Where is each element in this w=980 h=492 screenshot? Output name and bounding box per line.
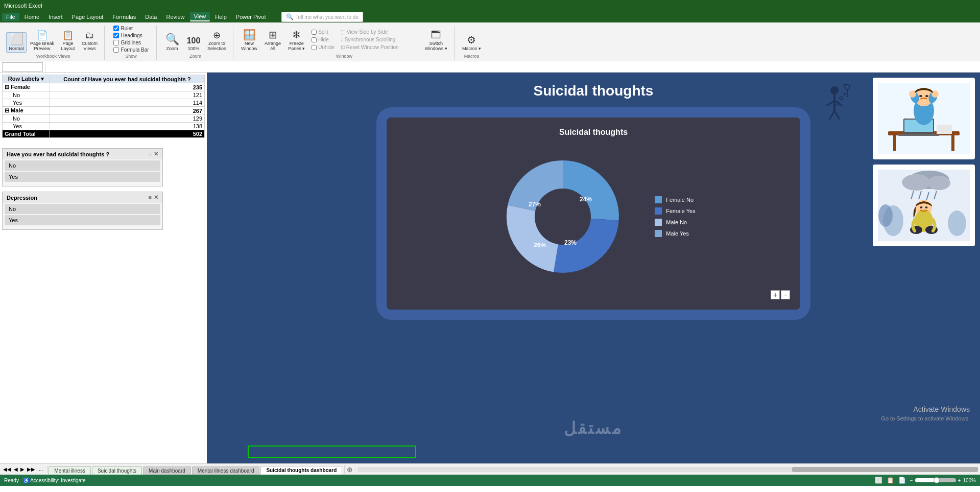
new-window-button[interactable]: 🪟 NewWindow: [238, 28, 260, 53]
macros-icon: ⚙: [467, 35, 476, 45]
unhide-button[interactable]: Unhide: [309, 44, 337, 51]
legend-item-female-yes: Female Yes: [655, 207, 695, 215]
zoom-selection-label: Zoom toSelection: [207, 41, 226, 51]
formula-bar-check[interactable]: [113, 47, 119, 53]
menu-review[interactable]: Review: [162, 13, 188, 21]
svg-point-41: [878, 204, 893, 227]
page-break-preview-button[interactable]: 📄 Page BreakPreview: [28, 29, 57, 53]
svg-text:24%: 24%: [580, 196, 592, 203]
tab-mental-illness[interactable]: Mental illness: [49, 466, 91, 475]
zoom-slider-thumb[interactable]: [934, 477, 940, 483]
menu-page-layout[interactable]: Page Layout: [68, 13, 108, 21]
table-row: Yes 138: [3, 123, 205, 130]
zoom-percent[interactable]: 100%: [963, 478, 976, 483]
zoom-button[interactable]: 🔍 Zoom: [162, 32, 182, 53]
tab-nav-prev[interactable]: ◀: [13, 466, 19, 473]
page-break-status[interactable]: 📄: [898, 477, 906, 484]
tab-more[interactable]: ...: [37, 466, 45, 473]
hide-check[interactable]: [312, 37, 317, 42]
slicer-filter-icon[interactable]: ≡: [149, 151, 152, 157]
slicer-item-yes[interactable]: Yes: [5, 172, 160, 182]
hide-button[interactable]: Hide: [309, 36, 337, 43]
chart-plus-button[interactable]: +: [771, 290, 780, 299]
left-panel: Row Labels ▾ Count of Have you ever had …: [0, 73, 207, 463]
chart-minus-button[interactable]: −: [781, 290, 790, 299]
slicer-depression-filter-icon[interactable]: ≡: [149, 194, 152, 201]
menu-view[interactable]: View: [190, 12, 210, 21]
formula-bar-checkbox[interactable]: Formula Bar: [113, 47, 149, 53]
add-sheet-button[interactable]: ⊕: [344, 465, 355, 474]
zoom-slider-fill: [915, 478, 936, 482]
gridlines-checkbox[interactable]: Gridlines: [113, 40, 149, 45]
normal-view-button[interactable]: ⬜ Normal: [6, 32, 27, 53]
activate-title: Activate Windows: [881, 405, 970, 415]
zoom-selection-button[interactable]: ⊕ Zoom toSelection: [205, 29, 229, 53]
slicer-depression-yes[interactable]: Yes: [5, 215, 160, 225]
h-scrollbar[interactable]: [355, 467, 980, 472]
page-layout-status[interactable]: 📋: [887, 477, 894, 484]
unhide-check[interactable]: [312, 45, 317, 50]
ruler-check[interactable]: [113, 26, 119, 31]
menu-power-pivot[interactable]: Power Pivot: [232, 13, 270, 21]
tab-nav-next[interactable]: ▶: [19, 466, 26, 473]
tab-mental-illness-dashboard[interactable]: Mental illness dashboard: [192, 466, 260, 475]
tab-nav-first[interactable]: ◀◀: [2, 466, 12, 473]
sheet-tabs-bar: ◀◀ ◀ ▶ ▶▶ ... Mental illness Suicidal th…: [0, 463, 980, 475]
svg-point-9: [840, 97, 843, 100]
menu-file[interactable]: File: [2, 13, 19, 21]
suicidal-icon: [817, 83, 857, 125]
zoom-out-icon[interactable]: −: [910, 478, 913, 483]
switch-windows-button[interactable]: 🗔 SwitchWindows ▾: [422, 28, 450, 53]
macros-button[interactable]: ⚙ Macros ▾: [460, 33, 484, 53]
split-check[interactable]: [312, 30, 317, 35]
h-scrollbar-thumb[interactable]: [792, 467, 978, 472]
stressed-person-image: [873, 78, 975, 159]
accessibility-icon: ♿: [23, 478, 29, 483]
ruler-checkbox[interactable]: Ruler: [113, 26, 149, 31]
menu-help[interactable]: Help: [211, 13, 231, 21]
row-label: ⊟ Male: [3, 107, 50, 115]
slicer-depression-clear-icon[interactable]: ✕: [154, 194, 158, 201]
slicer-clear-icon[interactable]: ✕: [154, 151, 158, 157]
slicer-icons[interactable]: ≡ ✕: [149, 151, 158, 157]
zoom-100-button[interactable]: 100 100%: [183, 35, 204, 53]
menu-home[interactable]: Home: [20, 13, 43, 21]
view-side-by-side-button[interactable]: ⬚ View Side by Side: [339, 29, 420, 35]
slicer-item-no[interactable]: No: [5, 160, 160, 171]
activate-desc: Go to Settings to activate Windows.: [881, 415, 970, 423]
slicer-depression-no[interactable]: No: [5, 204, 160, 214]
sync-scrolling-button[interactable]: ↕ Synchronous Scrolling: [339, 36, 420, 43]
svg-text:23%: 23%: [564, 239, 577, 246]
reset-window-button[interactable]: ⊡ Reset Window Position: [339, 44, 420, 51]
tab-main-dashboard[interactable]: Main dashboard: [143, 466, 191, 475]
tab-suicidal-dashboard[interactable]: Suicidal thoughts dashboard: [260, 466, 342, 475]
page-layout-button[interactable]: 📋 PageLayout: [58, 29, 78, 53]
tell-me-input[interactable]: Tell me what you want to do: [296, 14, 358, 20]
slicer-depression: Depression ≡ ✕ No Yes: [2, 192, 163, 230]
slicer-depression-icons[interactable]: ≡ ✕: [149, 194, 158, 201]
arrange-all-button[interactable]: ⊞ ArrangeAll: [262, 28, 283, 53]
freeze-panes-button[interactable]: ❄ FreezePanes ▾: [285, 28, 307, 53]
menu-formulas[interactable]: Formulas: [108, 13, 140, 21]
menu-insert[interactable]: Insert: [44, 13, 67, 21]
name-box[interactable]: [2, 62, 43, 72]
tab-suicidal-thoughts[interactable]: Suicidal thoughts: [92, 466, 142, 475]
macros-label: Macros ▾: [462, 46, 481, 51]
tab-nav-last[interactable]: ▶▶: [26, 466, 36, 473]
status-bar: Ready ♿ Accessibility: Investigate ⬜ 📋 📄…: [0, 475, 980, 486]
accessibility-btn[interactable]: ♿ Accessibility: Investigate: [23, 478, 86, 483]
normal-view-status[interactable]: ⬜: [875, 477, 882, 484]
tab-nav-buttons[interactable]: ◀◀ ◀ ▶ ▶▶ ...: [0, 466, 47, 473]
custom-views-button[interactable]: 🗂 CustomViews: [79, 29, 100, 53]
zoom-control[interactable]: − + 100%: [910, 478, 976, 483]
gridlines-check[interactable]: [113, 40, 119, 45]
legend-label-male-yes: Male Yes: [666, 230, 689, 237]
headings-check[interactable]: [113, 33, 119, 38]
formula-bar-label: Formula Bar: [121, 47, 149, 53]
zoom-slider[interactable]: [915, 478, 956, 482]
headings-checkbox[interactable]: Headings: [113, 33, 149, 38]
formula-bar: [0, 61, 980, 73]
zoom-in-icon[interactable]: +: [958, 478, 961, 483]
split-button[interactable]: Split: [309, 29, 337, 35]
menu-data[interactable]: Data: [141, 13, 161, 21]
